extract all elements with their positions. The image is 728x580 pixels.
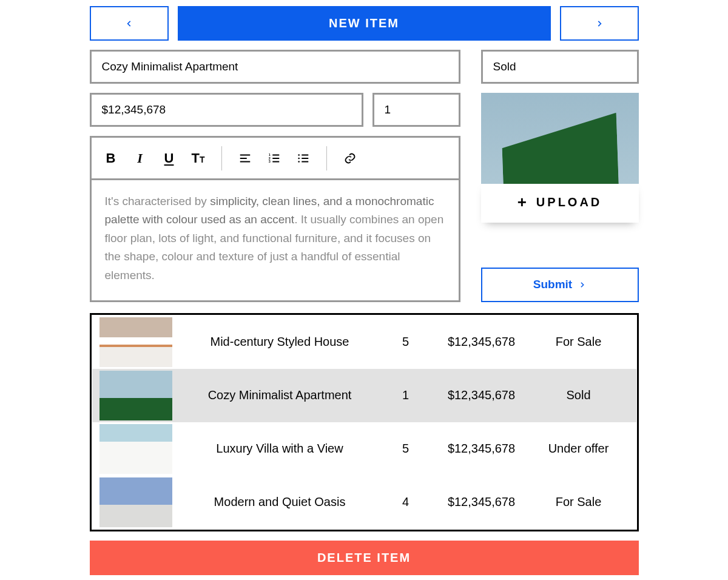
row-status: Under offer (539, 442, 618, 456)
quantity-input[interactable] (372, 93, 460, 127)
table-row[interactable]: Cozy Minimalist Apartment1$12,345,678Sol… (92, 369, 636, 422)
row-status: For Sale (539, 495, 618, 509)
row-name: Modern and Quiet Oasis (184, 495, 376, 509)
delete-label: DELETE ITEM (317, 551, 411, 565)
chevron-left-icon (125, 19, 133, 28)
price-input[interactable] (90, 93, 363, 127)
text-size-button[interactable]: TT (184, 145, 213, 172)
next-button[interactable] (560, 6, 639, 41)
row-price: $12,345,678 (436, 442, 527, 456)
table-row[interactable]: Mid-century Styled House5$12,345,678For … (92, 315, 636, 369)
separator (326, 146, 327, 170)
align-icon (238, 152, 252, 165)
upload-label: UPLOAD (536, 195, 602, 209)
ordered-list-button[interactable]: 123 (260, 145, 289, 172)
new-item-button[interactable]: NEW ITEM (178, 6, 551, 41)
italic-button[interactable]: I (126, 145, 155, 172)
thumbnail (99, 424, 172, 474)
row-price: $12,345,678 (436, 335, 527, 349)
row-qty: 5 (388, 335, 424, 349)
status-input[interactable] (481, 50, 639, 84)
row-qty: 4 (388, 495, 424, 509)
svg-point-3 (298, 154, 300, 156)
upload-button[interactable]: + UPLOAD (481, 181, 639, 223)
submit-label: Submit (533, 278, 572, 291)
row-name: Cozy Minimalist Apartment (184, 388, 376, 402)
bullet-list-button[interactable] (289, 145, 318, 172)
plus-icon: + (517, 194, 529, 210)
rich-editor: B I U TT 123 (90, 136, 460, 302)
listing-table: Mid-century Styled House5$12,345,678For … (90, 313, 639, 531)
item-image (481, 93, 639, 184)
new-item-label: NEW ITEM (329, 16, 399, 30)
svg-text:3: 3 (268, 160, 270, 163)
prev-button[interactable] (90, 6, 169, 41)
underline-button[interactable]: U (155, 145, 184, 172)
description-prefix: It's characterised by (105, 195, 211, 207)
row-price: $12,345,678 (436, 495, 527, 509)
thumbnail (99, 317, 172, 367)
row-name: Luxury Villa with a View (184, 442, 376, 456)
table-row[interactable]: Modern and Quiet Oasis4$12,345,678For Sa… (92, 476, 636, 529)
delete-item-button[interactable]: DELETE ITEM (90, 541, 639, 575)
svg-point-4 (298, 157, 300, 159)
svg-point-5 (298, 161, 300, 163)
bullet-list-icon (297, 152, 310, 165)
thumbnail (99, 371, 172, 420)
row-status: For Sale (539, 335, 618, 349)
row-qty: 5 (388, 442, 424, 456)
chevron-right-icon (578, 281, 586, 289)
link-button[interactable] (335, 145, 365, 172)
bold-button[interactable]: B (96, 145, 126, 172)
row-name: Mid-century Styled House (184, 335, 376, 349)
thumbnail (99, 477, 172, 527)
align-button[interactable] (231, 145, 260, 172)
chevron-right-icon (595, 19, 604, 28)
row-qty: 1 (388, 388, 424, 402)
row-price: $12,345,678 (436, 388, 527, 402)
description-textarea[interactable]: It's characterised by simplicity, clean … (92, 180, 459, 300)
ordered-list-icon: 123 (268, 152, 281, 165)
separator (221, 146, 222, 170)
link-icon (343, 152, 357, 165)
editor-toolbar: B I U TT 123 (92, 138, 459, 180)
submit-button[interactable]: Submit (481, 268, 639, 302)
title-input[interactable] (90, 50, 460, 84)
table-row[interactable]: Luxury Villa with a View5$12,345,678Unde… (92, 422, 636, 476)
row-status: Sold (539, 388, 618, 402)
